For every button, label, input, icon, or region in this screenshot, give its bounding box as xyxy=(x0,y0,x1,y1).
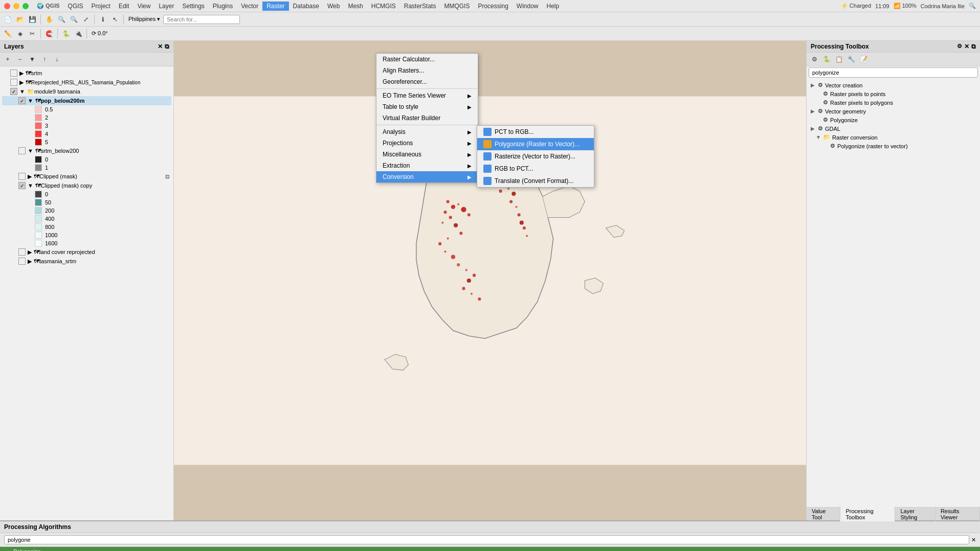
menu-plugins[interactable]: Plugins xyxy=(209,2,237,11)
open-project-btn[interactable]: 📂 xyxy=(14,14,26,25)
layer-expand-module9[interactable]: ▼ xyxy=(19,88,25,95)
toolbox-float-btn[interactable]: ⧉ xyxy=(971,43,976,50)
menu-mesh[interactable]: Mesh xyxy=(344,2,367,11)
digitize-btn[interactable]: ✏️ xyxy=(2,28,13,39)
algo-search-input[interactable] xyxy=(4,535,969,544)
layer-check-srtm200[interactable] xyxy=(18,147,26,154)
tree-raster-pixels-points[interactable]: ⚙ Raster pixels to points xyxy=(809,89,978,98)
tab-results-viewer[interactable]: Results Viewer xyxy=(936,507,980,522)
remove-layer-btn[interactable]: − xyxy=(14,54,26,65)
node-tool-btn[interactable]: ◈ xyxy=(14,28,26,39)
conversion-rasterize[interactable]: Rasterize (Vector to Raster)... xyxy=(477,150,594,163)
tree-raster-pixels-polygons[interactable]: ⚙ Raster pixels to polygons xyxy=(809,98,978,107)
search-box[interactable] xyxy=(163,15,240,24)
maximize-button[interactable] xyxy=(23,3,29,9)
layer-check-reprojected[interactable] xyxy=(10,79,17,86)
layer-expand-landcover[interactable]: ▶ xyxy=(28,249,32,256)
tree-vector-creation[interactable]: ▶ ⚙ Vector creation xyxy=(809,81,978,89)
layer-clipped-copy[interactable]: ✓ ▼ 🗺 Clipped (mask) copy xyxy=(2,181,171,190)
snapping-btn[interactable]: 🧲 xyxy=(43,28,55,39)
tab-value-tool[interactable]: Value Tool xyxy=(807,507,840,522)
map-area[interactable]: Raster Calculator... Align Rasters... Ge… xyxy=(174,41,806,520)
menu-raster[interactable]: Raster xyxy=(262,2,288,11)
toolbox-btn-5[interactable]: 📝 xyxy=(858,54,869,65)
layer-reprojected[interactable]: ▶ 🗺 Reprojected_HRSL_AUS_Tasmania_Popula… xyxy=(2,78,171,87)
plugin-btn[interactable]: 🔌 xyxy=(73,28,84,39)
search-input[interactable] xyxy=(163,15,240,24)
layers-float-btn[interactable]: ⧉ xyxy=(165,43,169,50)
menu-eo-timeseries[interactable]: EO Time Series Viewer ▶ xyxy=(376,90,478,101)
menu-projections[interactable]: Projections ▶ xyxy=(376,137,478,149)
layer-srtm[interactable]: ▶ 🗺 srtm xyxy=(2,68,171,78)
tree-gdal[interactable]: ▶ ⚙ GDAL xyxy=(809,124,978,133)
tree-raster-conversion[interactable]: ▼ 📁 Raster conversion xyxy=(809,133,978,142)
zoom-extent-btn[interactable]: ⤢ xyxy=(80,14,92,25)
layer-filter-btn[interactable]: ▼ xyxy=(27,54,38,65)
layer-module9[interactable]: ✓ ▼ 📁 module9 tasmania xyxy=(2,87,171,96)
identify-btn[interactable]: ℹ xyxy=(97,14,108,25)
menu-settings[interactable]: Settings xyxy=(178,2,208,11)
select-btn[interactable]: ↖ xyxy=(109,14,121,25)
zoom-in-btn[interactable]: 🔍 xyxy=(56,14,67,25)
menu-view[interactable]: View xyxy=(133,2,155,11)
toolbox-search-input[interactable] xyxy=(809,67,978,78)
tab-layer-styling[interactable]: Layer Styling xyxy=(895,507,935,522)
toolbox-settings-btn[interactable]: ⚙ xyxy=(957,43,962,50)
layer-down-btn[interactable]: ↓ xyxy=(51,54,62,65)
menu-conversion[interactable]: Conversion ▶ xyxy=(376,171,478,182)
menu-miscellaneous[interactable]: Miscellaneous ▶ xyxy=(376,149,478,160)
layer-expand-pop[interactable]: ▼ xyxy=(28,98,33,104)
add-layer-btn[interactable]: + xyxy=(2,54,13,65)
close-button[interactable] xyxy=(4,3,10,9)
toolbox-close-btn[interactable]: ✕ xyxy=(964,43,969,50)
layer-expand-srtm[interactable]: ▶ xyxy=(19,70,24,77)
conversion-rgb-pct[interactable]: RGB to PCT... xyxy=(477,163,594,175)
tree-polygonize-vg[interactable]: ⚙ Polygonize xyxy=(809,116,978,124)
layer-check-srtm[interactable] xyxy=(10,70,17,77)
menu-georeferencer[interactable]: Georeferencer... xyxy=(376,76,478,87)
algo-search-clear[interactable]: ✕ xyxy=(971,537,976,543)
toolbox-btn-2[interactable]: 🐍 xyxy=(821,54,832,65)
menu-rasterstats[interactable]: RasterStats xyxy=(400,2,440,11)
menu-virtual-raster[interactable]: Virtual Raster Builder xyxy=(376,112,478,124)
layer-up-btn[interactable]: ↑ xyxy=(39,54,50,65)
menu-database[interactable]: Database xyxy=(289,2,323,11)
layer-pop-below200m[interactable]: ✓ ▼ 🗺 pop_below200m xyxy=(2,96,171,105)
layer-check-clipped-copy[interactable]: ✓ xyxy=(18,182,26,189)
layer-expand-reprojected[interactable]: ▶ xyxy=(19,79,24,86)
python-btn[interactable]: 🐍 xyxy=(60,28,72,39)
menu-table-style[interactable]: Table to style ▶ xyxy=(376,101,478,112)
menu-vector[interactable]: Vector xyxy=(237,2,262,11)
layer-srtm-below200[interactable]: ▼ 🗺 srtm_below200 xyxy=(2,146,171,155)
layer-tasmania-srtm[interactable]: ▶ 🗺 tasmania_srtm xyxy=(2,257,171,266)
conversion-translate[interactable]: Translate (Convert Format)... xyxy=(477,175,594,187)
menu-web[interactable]: Web xyxy=(323,2,344,11)
conversion-pct-rgb[interactable]: PCT to RGB... xyxy=(477,126,594,138)
conversion-polygonize[interactable]: Polygonize (Raster to Vector)... xyxy=(477,138,594,150)
menu-raster-calculator[interactable]: Raster Calculator... xyxy=(376,54,478,65)
save-project-btn[interactable]: 💾 xyxy=(27,14,38,25)
toolbox-btn-3[interactable]: 📋 xyxy=(833,54,844,65)
menu-extraction[interactable]: Extraction ▶ xyxy=(376,160,478,171)
menu-mmqgis[interactable]: MMQGIS xyxy=(440,2,474,11)
layer-expand-clipped-copy[interactable]: ▼ xyxy=(28,182,33,189)
menu-project[interactable]: Project xyxy=(87,2,115,11)
split-btn[interactable]: ✂ xyxy=(27,28,38,39)
tree-polygonize-gdal[interactable]: ⚙ Polygonize (raster to vector) xyxy=(809,142,978,150)
toolbox-btn-4[interactable]: 🔧 xyxy=(845,54,857,65)
menu-edit[interactable]: Edit xyxy=(115,2,133,11)
minimize-button[interactable] xyxy=(13,3,19,9)
zoom-out-btn[interactable]: 🔍 xyxy=(68,14,79,25)
layer-expand-srtm200[interactable]: ▼ xyxy=(28,148,33,154)
layer-check-landcover[interactable] xyxy=(18,248,26,256)
menu-qgis[interactable]: QGIS xyxy=(64,2,87,11)
menu-help[interactable]: Help xyxy=(543,2,564,11)
menu-align-rasters[interactable]: Align Rasters... xyxy=(376,65,478,76)
tree-vector-geometry[interactable]: ▶ ⚙ Vector geometry xyxy=(809,107,978,116)
menu-hcmgis[interactable]: HCMGIS xyxy=(367,2,400,11)
new-project-btn[interactable]: 📄 xyxy=(2,14,13,25)
menu-window[interactable]: Window xyxy=(513,2,543,11)
layers-close-btn[interactable]: ✕ xyxy=(158,43,163,50)
toolbox-btn-1[interactable]: ⚙ xyxy=(809,54,820,65)
pan-btn[interactable]: ✋ xyxy=(43,14,55,25)
